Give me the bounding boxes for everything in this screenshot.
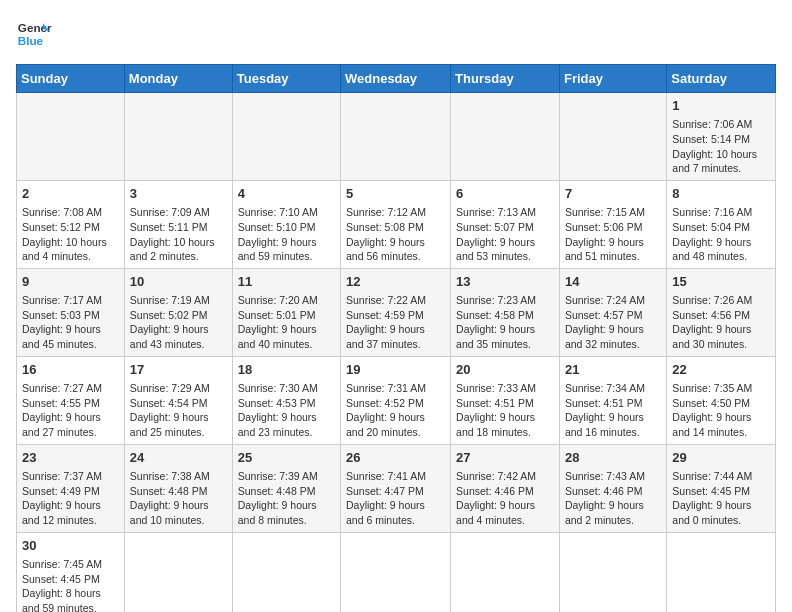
calendar-table: SundayMondayTuesdayWednesdayThursdayFrid…: [16, 64, 776, 612]
day-info: Sunrise: 7:15 AM Sunset: 5:06 PM Dayligh…: [565, 205, 661, 264]
day-number: 6: [456, 185, 554, 203]
day-info: Sunrise: 7:13 AM Sunset: 5:07 PM Dayligh…: [456, 205, 554, 264]
calendar-cell: 27Sunrise: 7:42 AM Sunset: 4:46 PM Dayli…: [451, 444, 560, 532]
calendar-cell: 28Sunrise: 7:43 AM Sunset: 4:46 PM Dayli…: [559, 444, 666, 532]
calendar-cell: 9Sunrise: 7:17 AM Sunset: 5:03 PM Daylig…: [17, 268, 125, 356]
weekday-header-saturday: Saturday: [667, 65, 776, 93]
calendar-cell: 5Sunrise: 7:12 AM Sunset: 5:08 PM Daylig…: [341, 180, 451, 268]
day-number: 24: [130, 449, 227, 467]
calendar-cell: 6Sunrise: 7:13 AM Sunset: 5:07 PM Daylig…: [451, 180, 560, 268]
calendar-cell: 21Sunrise: 7:34 AM Sunset: 4:51 PM Dayli…: [559, 356, 666, 444]
day-number: 20: [456, 361, 554, 379]
calendar-cell: [341, 93, 451, 181]
day-number: 21: [565, 361, 661, 379]
calendar-cell: 26Sunrise: 7:41 AM Sunset: 4:47 PM Dayli…: [341, 444, 451, 532]
calendar-cell: [667, 532, 776, 612]
weekday-header-monday: Monday: [124, 65, 232, 93]
day-info: Sunrise: 7:31 AM Sunset: 4:52 PM Dayligh…: [346, 381, 445, 440]
calendar-cell: 10Sunrise: 7:19 AM Sunset: 5:02 PM Dayli…: [124, 268, 232, 356]
calendar-cell: [232, 532, 340, 612]
day-number: 27: [456, 449, 554, 467]
day-info: Sunrise: 7:12 AM Sunset: 5:08 PM Dayligh…: [346, 205, 445, 264]
calendar-cell: 1Sunrise: 7:06 AM Sunset: 5:14 PM Daylig…: [667, 93, 776, 181]
day-number: 2: [22, 185, 119, 203]
day-info: Sunrise: 7:33 AM Sunset: 4:51 PM Dayligh…: [456, 381, 554, 440]
day-number: 7: [565, 185, 661, 203]
calendar-cell: 16Sunrise: 7:27 AM Sunset: 4:55 PM Dayli…: [17, 356, 125, 444]
calendar-cell: [451, 93, 560, 181]
day-number: 18: [238, 361, 335, 379]
calendar-cell: 29Sunrise: 7:44 AM Sunset: 4:45 PM Dayli…: [667, 444, 776, 532]
day-info: Sunrise: 7:39 AM Sunset: 4:48 PM Dayligh…: [238, 469, 335, 528]
weekday-header-sunday: Sunday: [17, 65, 125, 93]
day-info: Sunrise: 7:24 AM Sunset: 4:57 PM Dayligh…: [565, 293, 661, 352]
calendar-cell: 8Sunrise: 7:16 AM Sunset: 5:04 PM Daylig…: [667, 180, 776, 268]
day-number: 28: [565, 449, 661, 467]
day-info: Sunrise: 7:08 AM Sunset: 5:12 PM Dayligh…: [22, 205, 119, 264]
day-number: 26: [346, 449, 445, 467]
calendar-cell: 12Sunrise: 7:22 AM Sunset: 4:59 PM Dayli…: [341, 268, 451, 356]
day-number: 10: [130, 273, 227, 291]
calendar-cell: 24Sunrise: 7:38 AM Sunset: 4:48 PM Dayli…: [124, 444, 232, 532]
day-info: Sunrise: 7:26 AM Sunset: 4:56 PM Dayligh…: [672, 293, 770, 352]
day-number: 22: [672, 361, 770, 379]
calendar-cell: [559, 93, 666, 181]
calendar-cell: [451, 532, 560, 612]
calendar-cell: 11Sunrise: 7:20 AM Sunset: 5:01 PM Dayli…: [232, 268, 340, 356]
logo: General Blue: [16, 16, 52, 52]
day-number: 15: [672, 273, 770, 291]
day-info: Sunrise: 7:09 AM Sunset: 5:11 PM Dayligh…: [130, 205, 227, 264]
calendar-cell: 17Sunrise: 7:29 AM Sunset: 4:54 PM Dayli…: [124, 356, 232, 444]
day-info: Sunrise: 7:27 AM Sunset: 4:55 PM Dayligh…: [22, 381, 119, 440]
calendar-cell: 15Sunrise: 7:26 AM Sunset: 4:56 PM Dayli…: [667, 268, 776, 356]
calendar-cell: 4Sunrise: 7:10 AM Sunset: 5:10 PM Daylig…: [232, 180, 340, 268]
weekday-header-friday: Friday: [559, 65, 666, 93]
day-number: 25: [238, 449, 335, 467]
svg-text:General: General: [18, 21, 52, 34]
day-info: Sunrise: 7:38 AM Sunset: 4:48 PM Dayligh…: [130, 469, 227, 528]
calendar-cell: 2Sunrise: 7:08 AM Sunset: 5:12 PM Daylig…: [17, 180, 125, 268]
day-number: 14: [565, 273, 661, 291]
day-number: 30: [22, 537, 119, 555]
day-number: 3: [130, 185, 227, 203]
calendar-cell: [17, 93, 125, 181]
calendar-cell: 23Sunrise: 7:37 AM Sunset: 4:49 PM Dayli…: [17, 444, 125, 532]
calendar-cell: 7Sunrise: 7:15 AM Sunset: 5:06 PM Daylig…: [559, 180, 666, 268]
day-info: Sunrise: 7:43 AM Sunset: 4:46 PM Dayligh…: [565, 469, 661, 528]
day-info: Sunrise: 7:30 AM Sunset: 4:53 PM Dayligh…: [238, 381, 335, 440]
day-number: 12: [346, 273, 445, 291]
calendar-cell: 25Sunrise: 7:39 AM Sunset: 4:48 PM Dayli…: [232, 444, 340, 532]
day-info: Sunrise: 7:34 AM Sunset: 4:51 PM Dayligh…: [565, 381, 661, 440]
calendar-cell: 30Sunrise: 7:45 AM Sunset: 4:45 PM Dayli…: [17, 532, 125, 612]
day-number: 5: [346, 185, 445, 203]
page-header: General Blue: [16, 16, 776, 52]
day-number: 8: [672, 185, 770, 203]
day-info: Sunrise: 7:06 AM Sunset: 5:14 PM Dayligh…: [672, 117, 770, 176]
day-info: Sunrise: 7:37 AM Sunset: 4:49 PM Dayligh…: [22, 469, 119, 528]
calendar-cell: 14Sunrise: 7:24 AM Sunset: 4:57 PM Dayli…: [559, 268, 666, 356]
day-info: Sunrise: 7:22 AM Sunset: 4:59 PM Dayligh…: [346, 293, 445, 352]
day-number: 29: [672, 449, 770, 467]
calendar-cell: [232, 93, 340, 181]
day-number: 16: [22, 361, 119, 379]
calendar-cell: [341, 532, 451, 612]
calendar-cell: 13Sunrise: 7:23 AM Sunset: 4:58 PM Dayli…: [451, 268, 560, 356]
day-info: Sunrise: 7:17 AM Sunset: 5:03 PM Dayligh…: [22, 293, 119, 352]
day-number: 1: [672, 97, 770, 115]
svg-text:Blue: Blue: [18, 34, 44, 47]
day-info: Sunrise: 7:42 AM Sunset: 4:46 PM Dayligh…: [456, 469, 554, 528]
calendar-cell: 3Sunrise: 7:09 AM Sunset: 5:11 PM Daylig…: [124, 180, 232, 268]
day-number: 9: [22, 273, 119, 291]
calendar-cell: 22Sunrise: 7:35 AM Sunset: 4:50 PM Dayli…: [667, 356, 776, 444]
calendar-cell: 20Sunrise: 7:33 AM Sunset: 4:51 PM Dayli…: [451, 356, 560, 444]
day-info: Sunrise: 7:44 AM Sunset: 4:45 PM Dayligh…: [672, 469, 770, 528]
day-number: 19: [346, 361, 445, 379]
day-info: Sunrise: 7:20 AM Sunset: 5:01 PM Dayligh…: [238, 293, 335, 352]
calendar-cell: [559, 532, 666, 612]
day-info: Sunrise: 7:29 AM Sunset: 4:54 PM Dayligh…: [130, 381, 227, 440]
day-info: Sunrise: 7:45 AM Sunset: 4:45 PM Dayligh…: [22, 557, 119, 612]
day-info: Sunrise: 7:16 AM Sunset: 5:04 PM Dayligh…: [672, 205, 770, 264]
day-info: Sunrise: 7:10 AM Sunset: 5:10 PM Dayligh…: [238, 205, 335, 264]
calendar-cell: [124, 93, 232, 181]
day-info: Sunrise: 7:35 AM Sunset: 4:50 PM Dayligh…: [672, 381, 770, 440]
